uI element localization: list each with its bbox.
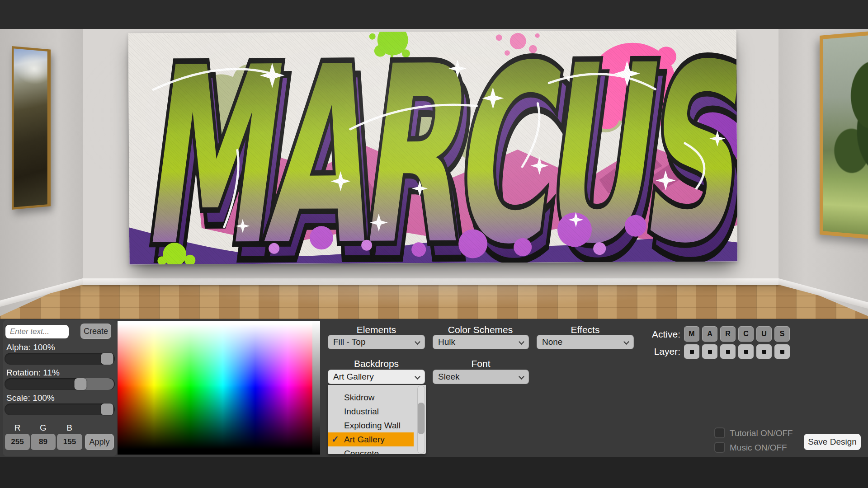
font-header: Font [433,358,529,369]
tutorial-label: Tutorial ON/OFF [730,428,793,438]
layer-square-icon [744,350,748,354]
list-item-skidrow[interactable]: Skidrow [328,390,414,404]
graffiti-canvas: MARCUS MARCUS [128,30,738,264]
list-item-concrete[interactable]: Concrete [328,446,414,454]
baseboard [82,278,778,285]
font-dropdown[interactable]: Sleek [433,370,529,384]
tutorial-checkbox[interactable] [714,427,725,438]
scale-slider-thumb[interactable] [101,404,113,415]
backdrops-open-list: Skidrow Industrial Exploding Wall ✓ Art … [328,385,426,454]
music-checkbox[interactable] [714,442,725,453]
layer-square-icon [708,350,712,354]
color-picker[interactable] [118,321,320,455]
app-root: MARCUS MARCUS [0,0,868,488]
layer-button-6[interactable] [774,344,790,359]
framed-painting-left [12,46,51,210]
bottom-letterbox-bar [0,457,868,488]
active-letter-u[interactable]: U [756,326,772,342]
alpha-slider-thumb[interactable] [101,353,113,365]
grayscale-strip[interactable] [312,321,320,455]
backdrops-dropdown[interactable]: Art Gallery [328,370,425,384]
chevron-down-icon [519,374,524,380]
scale-label: Scale: 100% [6,393,55,403]
create-button[interactable]: Create [80,324,111,339]
rotation-slider[interactable] [5,378,115,390]
layer-button-3[interactable] [720,344,736,359]
layer-square-icon [690,350,694,354]
active-letter-a[interactable]: A [702,326,717,342]
layer-button-4[interactable] [738,344,754,359]
list-item-art-gallery-selected[interactable]: ✓ Art Gallery [328,432,414,446]
layer-square-icon [780,350,784,354]
b-label: B [57,423,82,433]
active-letter-c[interactable]: C [738,326,754,342]
control-panel: Create Alpha: 100% Rotation: 11% Scale: … [0,319,868,457]
active-letter-buttons: M A R C U S [684,326,790,342]
music-label: Music ON/OFF [730,443,787,453]
chevron-down-icon [415,339,420,345]
layer-buttons [684,344,790,359]
layer-button-5[interactable] [756,344,772,359]
rotation-label: Rotation: 11% [6,368,60,378]
effects-header: Effects [537,324,634,335]
layer-square-icon [762,350,766,354]
backdrops-value: Art Gallery [333,372,374,381]
chevron-down-icon [519,339,524,345]
text-controls-card: Create Alpha: 100% Rotation: 11% Scale: … [3,320,117,456]
list-item-exploding-wall[interactable]: Exploding Wall [328,418,414,432]
font-value: Sleek [438,372,460,381]
b-value-field[interactable]: 155 [57,434,82,450]
layer-label: Layer: [646,346,680,357]
effects-dropdown[interactable]: None [537,335,634,349]
alpha-slider[interactable] [5,353,115,365]
elements-value: Fill - Top [333,337,365,347]
gallery-backdrop: MARCUS MARCUS [0,29,868,319]
list-scrollbar-thumb[interactable] [418,403,425,434]
r-value-field[interactable]: 255 [5,434,30,450]
g-label: G [31,423,56,433]
graffiti-artwork: MARCUS MARCUS [128,30,738,264]
elements-header: Elements [328,324,425,335]
list-item-label: Art Gallery [344,435,385,444]
framed-painting-right [820,29,868,241]
list-item-industrial[interactable]: Industrial [328,404,414,418]
backdrops-header: Backdrops [328,358,425,369]
wood-floor [0,285,868,319]
active-letter-r[interactable]: R [720,326,736,342]
active-letter-m[interactable]: M [684,326,699,342]
list-item-partial[interactable] [328,385,414,390]
layer-button-2[interactable] [702,344,717,359]
color-schemes-header: Color Schemes [432,324,529,335]
graffiti-word: MARCUS [139,30,737,264]
checkmark-icon: ✓ [331,432,339,446]
chevron-down-icon [623,339,629,345]
chevron-down-icon [415,374,420,380]
active-letter-s[interactable]: S [774,326,790,342]
graffiti-text-input[interactable] [5,325,69,338]
layer-square-icon [726,350,730,354]
active-label: Active: [646,329,680,340]
color-schemes-dropdown[interactable]: Hulk [433,335,529,349]
top-letterbox-bar [0,0,868,29]
g-value-field[interactable]: 89 [31,434,56,450]
color-schemes-value: Hulk [438,337,455,347]
alpha-label: Alpha: 100% [6,343,55,352]
list-scrollbar[interactable] [417,385,425,454]
elements-dropdown[interactable]: Fill - Top [328,335,425,349]
apply-rgb-button[interactable]: Apply [85,434,114,450]
effects-value: None [542,337,562,347]
layer-button-1[interactable] [684,344,699,359]
rotation-slider-thumb[interactable] [75,378,87,390]
scale-slider[interactable] [5,404,115,415]
r-label: R [5,423,30,433]
save-design-button[interactable]: Save Design [804,434,861,450]
